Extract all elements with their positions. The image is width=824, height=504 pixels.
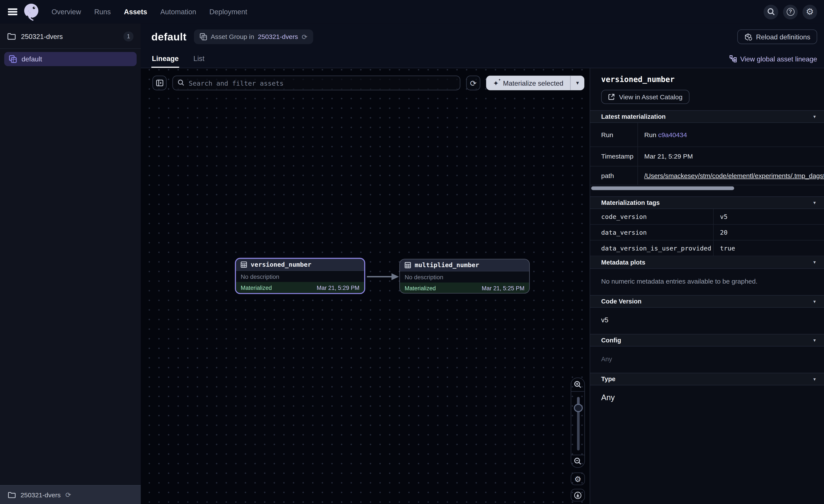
chevron-down-icon: ▼	[813, 299, 817, 304]
nav-left: Overview Runs Assets Automation Deployme…	[0, 2, 247, 22]
metadata-empty-message: No numeric metadata entries available to…	[601, 278, 757, 285]
zoom-slider[interactable]	[571, 392, 584, 455]
section-config[interactable]: Config ▼	[590, 334, 824, 347]
nav-right: ? ⚙	[763, 5, 817, 19]
panel-asset-title: versioned_number	[601, 75, 814, 84]
section-latest-materialization[interactable]: Latest materialization ▼	[590, 110, 824, 123]
view-in-asset-catalog-label: View in Asset Catalog	[619, 93, 683, 101]
refresh-graph-icon[interactable]: ⟳	[466, 76, 481, 91]
graph-toolbar: ⟳ ✦ Materialize selected ▼	[152, 76, 584, 91]
view-in-asset-catalog-button[interactable]: View in Asset Catalog	[601, 90, 689, 104]
materialize-selected-label: Materialize selected	[503, 79, 563, 87]
materialized-time: Mar 21, 5:25 PM	[482, 285, 524, 291]
tag-key: data_version	[590, 225, 714, 240]
code-version-value: v5	[601, 316, 608, 324]
chevron-down-icon: ▼	[813, 114, 817, 119]
lineage-canvas[interactable]: ⟳ ✦ Materialize selected ▼	[141, 69, 590, 504]
chevron-down-icon: ▼	[813, 260, 817, 265]
materialized-time: Mar 21, 5:29 PM	[317, 285, 359, 291]
run-id-link[interactable]: c9a40434	[658, 131, 687, 138]
asset-count-badge: 1	[123, 31, 133, 41]
type-body: Any	[590, 385, 824, 412]
folder-icon	[7, 33, 16, 40]
section-type[interactable]: Type ▼	[590, 373, 824, 385]
materialize-split-button: ✦ Materialize selected ▼	[486, 76, 584, 91]
nav-item-runs[interactable]: Runs	[94, 8, 111, 16]
table-row: code_version v5	[590, 209, 824, 225]
section-title: Code Version	[601, 298, 641, 305]
asset-search-input[interactable]	[172, 76, 460, 91]
download-graph-icon[interactable]	[571, 489, 585, 501]
tab-lineage[interactable]: Lineage	[151, 50, 179, 68]
tag-value: 20	[714, 229, 824, 236]
materialized-status: Materialized	[405, 285, 436, 291]
table-icon	[241, 261, 247, 268]
config-body: Any	[590, 347, 824, 373]
asset-node-footer: Materialized Mar 21, 5:25 PM	[400, 282, 529, 293]
menu-icon[interactable]	[8, 8, 17, 15]
nav-item-overview[interactable]: Overview	[51, 8, 81, 16]
nav-item-automation[interactable]: Automation	[160, 8, 196, 16]
zoom-in-icon[interactable]	[571, 378, 584, 392]
asset-node-multiplied-number[interactable]: multiplied_number No description Materia…	[399, 259, 530, 293]
nav-item-assets[interactable]: Assets	[124, 8, 147, 16]
sparkle-icon: ✦	[493, 80, 499, 87]
tag-key: code_version	[590, 209, 714, 224]
section-title: Type	[601, 376, 616, 383]
run-prefix: Run	[644, 131, 658, 138]
scrollbar-thumb[interactable]	[591, 186, 734, 190]
materialize-dropdown-caret[interactable]: ▼	[570, 76, 585, 91]
badge-prefix: Asset Group in	[211, 33, 254, 40]
view-global-lineage-label: View global asset lineage	[740, 55, 817, 63]
asset-description: No description	[241, 273, 279, 279]
tab-list[interactable]: List	[193, 50, 205, 68]
badge-location-link[interactable]: 250321-dvers	[258, 33, 298, 40]
materialize-selected-button[interactable]: ✦ Materialize selected	[486, 76, 570, 91]
row-key: path	[590, 166, 638, 185]
refresh-glyph: ⟳	[470, 79, 477, 87]
row-value: /Users/smackesey/stm/code/elementl/exper…	[638, 172, 824, 179]
zoom-slider-knob[interactable]	[574, 404, 583, 412]
sidebar-item-default[interactable]: default	[4, 52, 137, 66]
help-icon[interactable]: ?	[783, 5, 798, 19]
sidebar-divider	[0, 48, 141, 49]
reload-location-icon[interactable]: ⟳	[66, 491, 71, 498]
collapse-sidebar-icon[interactable]	[152, 76, 167, 91]
asset-node-header: multiplied_number	[400, 259, 529, 271]
section-materialization-tags[interactable]: Materialization tags ▼	[590, 197, 824, 209]
settings-gear-icon[interactable]: ⚙	[802, 5, 817, 19]
view-global-lineage-link[interactable]: View global asset lineage	[729, 50, 817, 68]
table-row: data_version_is_user_provided true	[590, 241, 824, 256]
lineage-edge-arrow	[367, 272, 399, 281]
badge-sync-icon[interactable]: ⟳	[302, 33, 307, 40]
asset-name: versioned_number	[251, 261, 312, 268]
reload-cube-icon	[744, 33, 752, 41]
asset-details-panel: versioned_number View in Asset Catalog L…	[590, 69, 824, 504]
row-value: Run c9a40434	[638, 131, 824, 138]
reload-definitions-button[interactable]: Reload definitions	[737, 29, 817, 44]
row-value: Mar 21, 5:29 PM	[638, 153, 824, 160]
graph-settings-gear-icon[interactable]: ⚙	[571, 473, 585, 485]
section-title: Materialization tags	[601, 199, 660, 206]
top-nav: Overview Runs Assets Automation Deployme…	[0, 0, 824, 24]
sidebar-top: 250321-dvers 1 default	[0, 24, 141, 69]
chevron-down-icon: ▼	[813, 338, 817, 343]
dagster-logo-icon[interactable]	[22, 2, 41, 22]
metadata-plots-body: No numeric metadata entries available to…	[590, 269, 824, 295]
tag-value: v5	[714, 213, 824, 220]
table-row: Run Run c9a40434	[590, 123, 824, 147]
section-code-version[interactable]: Code Version ▼	[590, 295, 824, 307]
section-title: Latest materialization	[601, 113, 666, 120]
reload-definitions-label: Reload definitions	[756, 33, 810, 41]
search-icon	[178, 80, 185, 86]
path-link[interactable]: /Users/smackesey/stm/code/elementl/exper…	[644, 172, 824, 179]
asset-node-footer: Materialized Mar 21, 5:29 PM	[236, 282, 364, 293]
footer-code-location[interactable]: 250321-dvers	[21, 491, 61, 499]
zoom-out-icon[interactable]	[571, 455, 584, 467]
sidebar-footer: 250321-dvers ⟳	[0, 485, 141, 504]
sidebar-code-location[interactable]: 250321-dvers 1	[0, 30, 141, 42]
search-icon[interactable]	[763, 5, 778, 19]
nav-item-deployment[interactable]: Deployment	[209, 8, 247, 16]
section-metadata-plots[interactable]: Metadata plots ▼	[590, 256, 824, 269]
asset-node-versioned-number[interactable]: versioned_number No description Material…	[235, 258, 365, 294]
